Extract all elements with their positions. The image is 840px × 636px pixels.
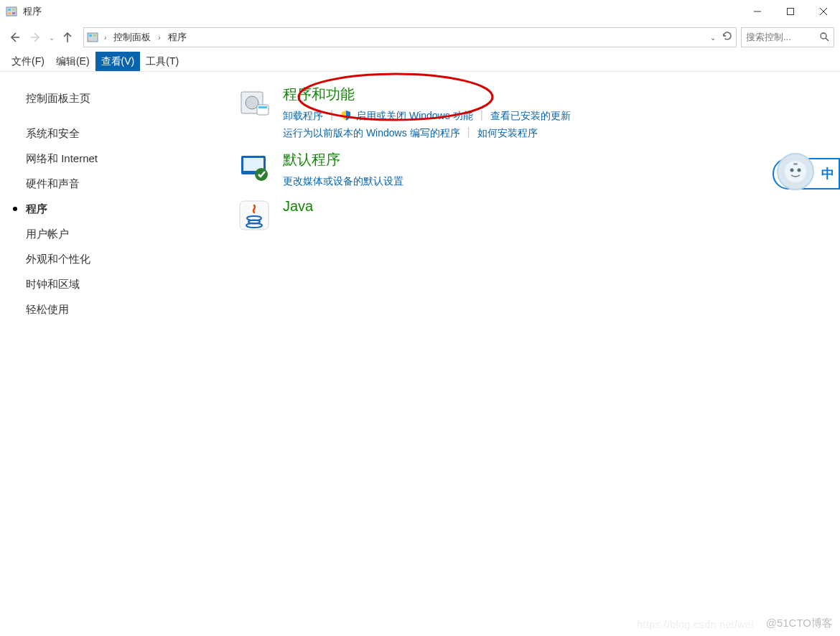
- link-view-installed-updates[interactable]: 查看已安装的更新: [490, 108, 571, 124]
- current-marker-icon: [13, 207, 17, 211]
- menu-file[interactable]: 文件(F): [6, 52, 50, 71]
- menu-bar: 文件(F) 编辑(E) 查看(V) 工具(T): [0, 52, 840, 72]
- svg-rect-32: [793, 163, 798, 165]
- back-button[interactable]: [6, 29, 23, 46]
- watermark: @51CTO博客: [766, 617, 833, 630]
- minimize-button[interactable]: [741, 0, 774, 23]
- svg-line-16: [826, 38, 829, 41]
- svg-rect-0: [6, 7, 17, 16]
- link-label: 启用或关闭 Windows 功能: [356, 110, 473, 121]
- menu-tools[interactable]: 工具(T): [140, 52, 185, 71]
- link-how-to-install[interactable]: 如何安装程序: [477, 126, 538, 141]
- svg-rect-21: [258, 106, 267, 108]
- svg-rect-3: [8, 12, 11, 14]
- maximize-button[interactable]: [774, 0, 807, 23]
- main-panel: 程序和功能 卸载程序 | 启用或关闭 Windows 功能 | 查看已安装的更新…: [158, 72, 840, 636]
- svg-rect-1: [8, 9, 11, 11]
- svg-point-19: [246, 96, 258, 109]
- svg-rect-4: [12, 12, 15, 14]
- svg-point-30: [790, 169, 794, 172]
- window-buttons: [741, 0, 840, 23]
- section-java: Java: [237, 198, 826, 233]
- address-dropdown[interactable]: ⌄: [710, 34, 716, 42]
- sidebar-item-clock-region[interactable]: 时钟和区域: [26, 272, 158, 297]
- control-panel-icon: [87, 32, 98, 43]
- uac-shield-icon: [340, 110, 352, 121]
- svg-rect-13: [89, 34, 92, 37]
- breadcrumb-current[interactable]: 程序: [167, 31, 188, 44]
- sidebar: 控制面板主页 系统和安全 网络和 Internet 硬件和声音 程序 用户帐户 …: [0, 72, 158, 636]
- sidebar-item-label: 程序: [26, 202, 47, 215]
- sidebar-item-appearance[interactable]: 外观和个性化: [26, 247, 158, 272]
- menu-view[interactable]: 查看(V): [95, 52, 141, 71]
- menu-edit[interactable]: 编辑(E): [50, 52, 95, 71]
- assistant-widget[interactable]: 中: [773, 158, 840, 190]
- assistant-label: 中: [821, 165, 839, 182]
- svg-rect-14: [93, 34, 96, 37]
- forward-button[interactable]: [27, 29, 45, 46]
- assistant-robot-icon: [777, 153, 814, 190]
- default-programs-icon: [237, 150, 271, 184]
- svg-point-15: [821, 33, 826, 39]
- sidebar-item-user-accounts[interactable]: 用户帐户: [26, 222, 158, 247]
- nav-bar: ⌄ › 控制面板 › 程序 ⌄ 搜索控制...: [0, 23, 840, 52]
- programs-features-icon: [237, 85, 271, 119]
- link-change-media-defaults[interactable]: 更改媒体或设备的默认设置: [283, 174, 403, 190]
- address-bar[interactable]: › 控制面板 › 程序 ⌄: [83, 27, 737, 47]
- chevron-right-icon[interactable]: ›: [157, 34, 162, 42]
- sidebar-item-programs[interactable]: 程序: [26, 197, 158, 222]
- svg-rect-12: [88, 33, 98, 42]
- section-title[interactable]: 默认程序: [283, 150, 403, 169]
- svg-point-31: [798, 169, 801, 172]
- section-default-programs: 默认程序 更改媒体或设备的默认设置: [237, 150, 826, 190]
- sidebar-item-network-internet[interactable]: 网络和 Internet: [26, 146, 158, 172]
- search-input[interactable]: 搜索控制...: [741, 27, 834, 47]
- history-dropdown[interactable]: ⌄: [49, 34, 55, 42]
- chevron-right-icon[interactable]: ›: [103, 34, 108, 42]
- sidebar-item-ease-of-access[interactable]: 轻松使用: [26, 297, 158, 322]
- up-button[interactable]: [59, 29, 76, 46]
- link-windows-features[interactable]: 启用或关闭 Windows 功能: [340, 108, 472, 124]
- sidebar-item-system-security[interactable]: 系统和安全: [26, 121, 158, 146]
- svg-rect-6: [788, 9, 794, 15]
- link-compatibility[interactable]: 运行为以前版本的 Windows 编写的程序: [283, 126, 460, 141]
- refresh-button[interactable]: [722, 30, 733, 45]
- window-title: 程序: [23, 5, 42, 18]
- content-area: 控制面板主页 系统和安全 网络和 Internet 硬件和声音 程序 用户帐户 …: [0, 72, 840, 636]
- search-icon[interactable]: [819, 32, 829, 44]
- java-icon: [237, 198, 271, 233]
- breadcrumb-root[interactable]: 控制面板: [112, 31, 152, 44]
- close-button[interactable]: [807, 0, 840, 23]
- section-title[interactable]: Java: [283, 198, 313, 215]
- link-uninstall-program[interactable]: 卸载程序: [283, 108, 323, 124]
- search-placeholder: 搜索控制...: [746, 31, 791, 44]
- control-panel-icon: [6, 6, 17, 17]
- sidebar-home[interactable]: 控制面板主页: [26, 86, 158, 111]
- title-bar: 程序: [0, 0, 840, 23]
- sidebar-item-hardware-sound[interactable]: 硬件和声音: [26, 172, 158, 197]
- section-title[interactable]: 程序和功能: [283, 85, 685, 104]
- section-programs-features: 程序和功能 卸载程序 | 启用或关闭 Windows 功能 | 查看已安装的更新…: [237, 85, 826, 141]
- watermark-url: https://blog.csdn.net/wei: [637, 619, 754, 630]
- svg-rect-2: [12, 9, 15, 11]
